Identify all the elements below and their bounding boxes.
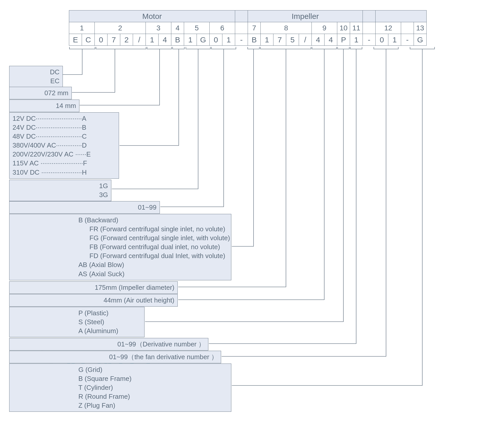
group-sep-2 <box>363 22 376 34</box>
legend-7-l6: AB (Axial Blow) <box>78 260 228 269</box>
group-7: 7 <box>248 22 261 34</box>
legend-5-l1: 1G <box>13 182 108 190</box>
legend-box-5: 1G 3G <box>9 180 111 201</box>
group-sep-3 <box>401 22 414 34</box>
char-23: - <box>363 34 376 46</box>
group-9: 9 <box>312 22 337 34</box>
legend-box-9: 44mm (Air outlet height) <box>9 294 178 307</box>
legend-3-l1: 14 mm <box>13 101 76 110</box>
legend-box-1: DC EC <box>9 66 63 87</box>
legend-13-l1: G (Grid) <box>78 365 228 374</box>
legend-box-2: 072 mm <box>9 87 72 99</box>
group-6: 6 <box>210 22 235 34</box>
legend-5-l2: 3G <box>13 190 108 199</box>
char-18: / <box>299 34 312 46</box>
char-1: C <box>82 34 95 46</box>
group-2: 2 <box>95 22 146 34</box>
char-24: 0 <box>376 34 388 46</box>
char-20: 4 <box>325 34 337 46</box>
group-sep-1 <box>235 22 248 34</box>
header-motor: Motor <box>69 10 235 22</box>
char-25: 1 <box>388 34 401 46</box>
group-3: 3 <box>146 22 171 34</box>
char-row: E C 0 7 2 / 1 4 B 1 G 0 1 - B 1 7 5 / 4 … <box>69 34 427 46</box>
legend-7-l1: B (Backward) <box>78 216 228 225</box>
group-10: 10 <box>337 22 350 34</box>
legend-6-l1: 01~99 <box>13 203 157 212</box>
group-8: 8 <box>261 22 312 34</box>
legend-4-l1: 12V DC·························A <box>13 114 116 123</box>
char-12: 1 <box>222 34 235 46</box>
header-sep-1 <box>235 10 248 22</box>
legend-8-l1: 175mm (Impeller diameter) <box>13 283 174 292</box>
legend-7-l5: FD (Forward centrifugal dual Inlet, with… <box>78 251 228 260</box>
char-14: B <box>248 34 261 46</box>
legend-13-l2: B (Square Frame) <box>78 374 228 383</box>
char-6: 1 <box>146 34 159 46</box>
legend-7-l2: FR (Forward centrifugal single inlet, no… <box>78 225 228 234</box>
char-0: E <box>69 34 82 46</box>
nomenclature-diagram: VENTEC Motor Impeller 1 2 3 4 5 6 7 8 9 … <box>10 10 494 425</box>
legend-10-l2: S (Steel) <box>78 318 141 327</box>
header-blank <box>376 10 427 22</box>
legend-box-10: P (Plastic) S (Steel) A (Aluminum) <box>9 307 145 337</box>
legend-12-l1: 01~99（the fan derivative number ） <box>13 353 218 361</box>
group-13: 13 <box>414 22 427 34</box>
char-19: 4 <box>312 34 325 46</box>
legend-box-11: 01~99（Derivative number ） <box>9 338 208 351</box>
legend-13-l4: R (Round Frame) <box>78 392 228 401</box>
legend-4-l4: 380V/400V AC··············D <box>13 141 116 150</box>
legend-13-l3: T (Cylinder) <box>78 383 228 392</box>
group-4: 4 <box>171 22 184 34</box>
char-8: B <box>171 34 184 46</box>
legend-box-3: 14 mm <box>9 100 79 112</box>
legend-box-6: 01~99 <box>9 201 160 214</box>
char-16: 7 <box>273 34 286 46</box>
legend-13-l5: Z (Plug Fan) <box>78 401 228 410</box>
legend-7-l7: AS (Axial Suck) <box>78 270 228 279</box>
legend-4-l7: 310V DC ······················H <box>13 168 116 177</box>
char-5: / <box>133 34 146 46</box>
group-1: 1 <box>69 22 95 34</box>
legend-4-l6: 115V AC ·······················F <box>13 159 116 168</box>
char-15: 1 <box>261 34 273 46</box>
char-21: P <box>337 34 350 46</box>
legend-4-l2: 24V DC·························B <box>13 123 116 132</box>
group-11: 11 <box>350 22 363 34</box>
legend-box-12: 01~99（the fan derivative number ） <box>9 351 221 363</box>
char-27: G <box>414 34 427 46</box>
legend-4-l3: 48V DC·························C <box>13 132 116 141</box>
char-2: 0 <box>95 34 107 46</box>
legend-1-l2: EC <box>13 77 59 86</box>
legend-2-l1: 072 mm <box>13 89 68 98</box>
char-3: 7 <box>107 34 120 46</box>
header-row: Motor Impeller <box>69 10 427 22</box>
legend-box-7: B (Backward) FR (Forward centrifugal sin… <box>9 214 231 280</box>
char-10: G <box>197 34 210 46</box>
legend-10-l1: P (Plastic) <box>78 309 141 318</box>
legend-box-13: G (Grid) B (Square Frame) T (Cylinder) R… <box>9 364 231 412</box>
char-4: 2 <box>120 34 133 46</box>
legend-10-l3: A (Aluminum) <box>78 327 141 335</box>
legend-1-l1: DC <box>13 68 59 77</box>
code-table: Motor Impeller 1 2 3 4 5 6 7 8 9 10 11 1… <box>69 10 427 46</box>
header-impeller: Impeller <box>248 10 363 22</box>
group-5: 5 <box>184 22 210 34</box>
char-11: 0 <box>210 34 222 46</box>
legend-box-4: 12V DC·························A 24V DC·… <box>9 112 119 179</box>
group-12: 12 <box>376 22 401 34</box>
legend-9-l1: 44mm (Air outlet height) <box>13 296 174 305</box>
legend-box-8: 175mm (Impeller diameter) <box>9 281 178 294</box>
char-7: 4 <box>159 34 171 46</box>
group-row: 1 2 3 4 5 6 7 8 9 10 11 12 13 <box>69 22 427 34</box>
char-13: - <box>235 34 248 46</box>
header-sep-2 <box>363 10 376 22</box>
legend-7-l3: FG (Forward centrifugal single inlet, wi… <box>78 234 228 243</box>
char-17: 5 <box>286 34 299 46</box>
char-22: 1 <box>350 34 363 46</box>
char-9: 1 <box>184 34 197 46</box>
legend-7-l4: FB (Forward centrifugal dual inlet, no v… <box>78 243 228 251</box>
char-26: - <box>401 34 414 46</box>
legend-11-l1: 01~99（Derivative number ） <box>13 340 205 349</box>
legend-4-l5: 200V/220V/230V AC ······E <box>13 150 116 159</box>
